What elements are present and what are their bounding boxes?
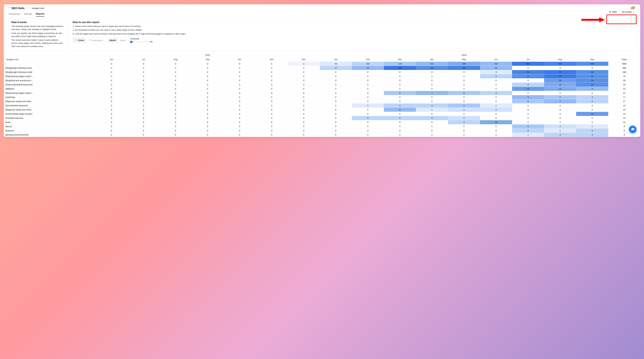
time-range-select[interactable]: 16 months (620, 9, 636, 15)
url-cell[interactable]: /features/branded-keywords/ (4, 83, 96, 87)
heatmap-cell: 0 (256, 99, 288, 103)
heatmap-cell: 0 (160, 74, 192, 78)
url-cell[interactable]: /tools/website-page-counter/ (4, 112, 96, 116)
heatmap-cell: 0 (96, 128, 128, 133)
total-cell: 8 (608, 133, 640, 137)
month-header: Dec (288, 57, 320, 62)
heatmap-cell: 0 (192, 103, 224, 108)
heatmap-cell: 0 (352, 70, 384, 74)
heatmap-cell: 0 (320, 78, 352, 83)
url-cell[interactable]: /docs/tracked-keywords (4, 103, 96, 108)
heatmap-cell: 0 (96, 103, 128, 108)
total-cell: 34 (608, 83, 640, 87)
heatmap-cell: 0 (128, 103, 160, 108)
table-row: /blog/google-indexing-script000000017331… (4, 66, 640, 70)
heatmap-cell: 0 (576, 103, 608, 108)
url-cell[interactable]: /glossary/seed-keyword/ (4, 133, 96, 137)
week-toggle[interactable]: Week (118, 38, 128, 43)
heatmap-cell: 9 (384, 108, 416, 112)
url-cell[interactable]: /blog/case-study-toxic-links... (4, 99, 96, 103)
heatmap-cell: 0 (224, 95, 256, 99)
heatmap-cell: 0 (384, 95, 416, 99)
heatmap-cell: 0 (448, 99, 480, 103)
heatmap-cell: 3 (576, 133, 608, 137)
heatmap-cell: 0 (384, 120, 416, 124)
heatmap-cell: 0 (256, 128, 288, 133)
clicks-toggle[interactable]: Clicks (73, 38, 86, 43)
heatmap-cell: 2 (448, 108, 480, 112)
heatmap-cell: 0 (320, 87, 352, 91)
heatmap-cell: 0 (320, 99, 352, 103)
heatmap-cell: 0 (128, 124, 160, 128)
heatmap-cell: 0 (256, 120, 288, 124)
heatmap-cell: 0 (384, 128, 416, 133)
heatmap-cell: 0 (320, 112, 352, 116)
table-row: /tools/link-extractor000000003442000013 (4, 116, 640, 120)
url-cell[interactable]: /tools (4, 120, 96, 124)
total-cell: 2684 (608, 62, 640, 66)
month-header: Jun (480, 57, 512, 62)
url-cell[interactable]: /tools/link-extractor (4, 116, 96, 120)
url-cell[interactable]: / (4, 62, 96, 66)
heatmap-cell: 0 (160, 66, 192, 70)
url-cell[interactable]: /blog/cleanup-pages-report-... (4, 91, 96, 95)
heatmap-cell: 0 (96, 66, 128, 70)
heatmap-cell: 0 (576, 66, 608, 70)
heatmap-cell: 0 (160, 108, 192, 112)
site-name: seogets.com (32, 7, 44, 10)
heatmap-cell: 4 (384, 116, 416, 120)
heatmap-cell: 2 (480, 108, 512, 112)
table-row: /tools/website-page-counter/000000000000… (4, 112, 640, 116)
heatmap-cell: 5 (544, 95, 576, 99)
site-selector[interactable]: seogets.com (29, 7, 44, 10)
heatmap-cell: 0 (128, 66, 160, 70)
heatmap-cell: 0 (128, 91, 160, 95)
tab-settings[interactable]: Settings (24, 11, 32, 17)
slider-thumb-icon[interactable] (130, 41, 132, 43)
url-cell[interactable]: /blog/what-are-anonymous-... (4, 78, 96, 83)
heatmap-cell: 0 (192, 91, 224, 95)
heatmap-cell: 0 (480, 116, 512, 120)
filter-button[interactable]: Filter (608, 10, 618, 14)
card-text: This visual overview makes it easy to sp… (11, 39, 65, 48)
url-cell[interactable]: /features/ (4, 128, 96, 133)
heatmap-cell: 0 (512, 91, 544, 95)
threshold-value: 4% (150, 41, 153, 43)
heatmap-cell: 0 (448, 78, 480, 83)
threshold-slider[interactable] (130, 42, 148, 42)
heatmap-cell: 0 (128, 99, 160, 103)
logo[interactable]: SEOGets (9, 7, 24, 10)
heatmap-cell: 0 (96, 78, 128, 83)
heatmap-cell: 0 (192, 108, 224, 112)
month-header: Jun (96, 57, 128, 62)
heatmap-cell: 3 (352, 116, 384, 120)
total-cell: 17 (608, 95, 640, 99)
heatmap-cell: 0 (480, 128, 512, 133)
heatmap-cell: 0 (224, 70, 256, 74)
tab-reports[interactable]: Reports (36, 11, 45, 17)
url-cell[interactable]: /blog/case-study-toxic-links... (4, 108, 96, 112)
heatmap-cell: 1 (576, 124, 608, 128)
url-cell[interactable]: /affiliates/ (4, 87, 96, 91)
topbar: SEOGets / seogets.com (4, 4, 640, 11)
heatmap-cell: 0 (160, 124, 192, 128)
url-cell[interactable]: /about/ (4, 124, 96, 128)
heatmap-cell: 0 (416, 133, 448, 137)
heatmap-cell: 0 (480, 87, 512, 91)
heatmap-cell: 0 (160, 70, 192, 74)
chat-fab[interactable] (629, 126, 636, 133)
url-cell[interactable]: /blog/google-indexing-script (4, 66, 96, 70)
heatmap-cell: 10 (544, 87, 576, 91)
tab-dashboard[interactable]: Dashboard (9, 11, 20, 17)
url-cell[interactable]: /blog/google-indexing-script/ (4, 70, 96, 74)
heatmap-cell: 0 (384, 112, 416, 116)
month-toggle[interactable]: Month (108, 38, 118, 43)
heatmap-cell: 0 (192, 74, 224, 78)
url-cell[interactable]: /roadmap/ (4, 95, 96, 99)
url-cell[interactable]: /blog/cleanup-pages-report-... (4, 74, 96, 78)
heatmap-cell: 0 (224, 99, 256, 103)
heatmap-cell: 455 (576, 62, 608, 66)
impressions-toggle[interactable]: Impressions (86, 38, 105, 43)
heatmap-cell: 0 (96, 99, 128, 103)
heatmap-cell: 0 (352, 108, 384, 112)
